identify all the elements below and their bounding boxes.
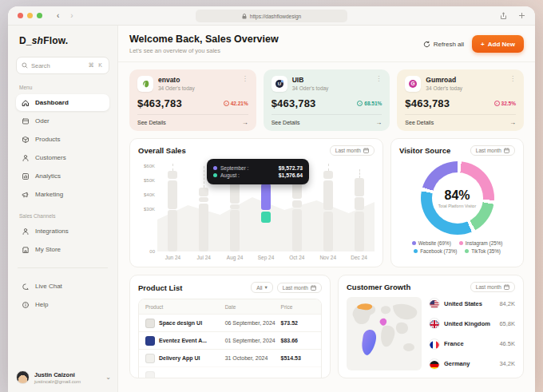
product-period-button[interactable]: Last month xyxy=(277,283,322,293)
country-row-us[interactable]: United States84,2K xyxy=(430,299,515,308)
arrow-right-icon: → xyxy=(509,119,516,126)
sidebar-item-products[interactable]: Products xyxy=(16,131,109,148)
visitor-donut-chart: 84% Total Platform Visitor xyxy=(421,161,494,235)
close-window-icon[interactable] xyxy=(18,13,23,18)
country-list: United States84,2KUnited Kingdom65,8KFra… xyxy=(430,297,515,370)
trend-up-icon: ↑ xyxy=(494,101,500,106)
sidebar-item-analytics[interactable]: Analytics xyxy=(16,168,109,184)
product-cell: Delivery App UI xyxy=(145,354,225,363)
bar-segment xyxy=(323,180,333,210)
x-axis-label: Nov 24 xyxy=(312,255,343,260)
stat-card-delta-value: 68.51% xyxy=(364,101,382,106)
y-axis-label: $40K xyxy=(144,192,155,197)
sidebar-item-marketing[interactable]: Marketing xyxy=(16,186,109,203)
overall-sales-period-button[interactable]: Last month xyxy=(330,145,375,156)
table-row[interactable]: Delivery App UI31 October, 2024$514.53 xyxy=(139,349,321,366)
sidebar-item-label: My Store xyxy=(35,246,61,253)
legend-item: Facebook (73%) xyxy=(414,248,457,254)
x-axis-labels: Jun 24Jul 24Aug 24Sep 24Oct 24Nov 24Dec … xyxy=(157,255,375,260)
bar-segment xyxy=(292,200,302,208)
sidebar-item-dashboard[interactable]: Dashboard xyxy=(16,94,109,111)
y-axis-label: 00 xyxy=(149,249,155,254)
see-details-link[interactable]: See Details→ xyxy=(405,114,516,126)
sidebar-item-integrations[interactable]: Integrations xyxy=(16,223,109,240)
price-cell: $83.66 xyxy=(281,338,315,343)
stat-card-delta-value: 32.5% xyxy=(501,101,516,106)
refresh-all-button[interactable]: Refresh all xyxy=(423,41,464,48)
stat-card-value-row: $463,783↑68.51% xyxy=(272,97,382,109)
user-email: justincalz@gmail.com xyxy=(34,379,81,384)
stat-card-logo xyxy=(137,76,153,92)
forward-icon[interactable]: › xyxy=(70,11,73,20)
sidebar-item-help[interactable]: Help xyxy=(16,296,109,313)
traffic-lights[interactable] xyxy=(18,13,42,18)
country-row-uk[interactable]: United Kingdom65,8K xyxy=(430,319,515,328)
legend-label: Instagram (25%) xyxy=(466,240,503,246)
share-icon[interactable] xyxy=(500,12,507,20)
home-icon xyxy=(22,99,30,107)
browser-window: ‹ › https://dashflowdesign D_shFlow. Sea… xyxy=(8,6,535,392)
kebab-menu-icon[interactable]: ⋮ xyxy=(242,76,248,82)
tooltip-value: $9,572.73 xyxy=(279,165,303,171)
country-row-fr[interactable]: France46.5K xyxy=(430,339,515,349)
see-details-link[interactable]: See Details→ xyxy=(137,114,248,126)
store-icon xyxy=(22,246,30,254)
table-row-partial xyxy=(139,366,321,378)
maximize-window-icon[interactable] xyxy=(37,13,42,18)
product-filter-dropdown[interactable]: All ▾ xyxy=(251,282,273,293)
overall-sales-panel: Overall Sales Last month $60K$50K$40K$30… xyxy=(129,138,383,267)
country-name: France xyxy=(444,340,464,347)
date-cell: 31 October, 2024 xyxy=(225,355,281,361)
sidebar-item-my-store[interactable]: My Store xyxy=(16,241,109,258)
stat-card-texts: Gumroad34 Oder's today xyxy=(426,76,462,91)
user-profile[interactable]: Justin Calzoni justincalz@gmail.com ⌄ xyxy=(16,370,111,384)
wick-line xyxy=(328,164,329,171)
bar-segment xyxy=(355,178,364,196)
stat-card-value: $463,783 xyxy=(137,97,182,109)
url-bar[interactable]: https://dashflowdesign xyxy=(196,10,347,22)
sidebar-item-customers[interactable]: Customers xyxy=(16,149,109,166)
chevron-down-icon[interactable]: ⌄ xyxy=(105,374,111,381)
search-input[interactable]: Search ⌘ K xyxy=(16,57,109,74)
country-name: United States xyxy=(444,300,482,307)
back-icon[interactable]: ‹ xyxy=(57,11,59,20)
sidebar-item-live-chat[interactable]: Live Chat xyxy=(16,278,109,295)
stat-card-envato[interactable]: envato34 Oder's today⋮$463,783↑42.21%See… xyxy=(129,69,256,131)
growth-period-button[interactable]: Last month xyxy=(470,282,515,292)
help-icon xyxy=(22,301,30,309)
marketing-icon xyxy=(22,191,30,199)
visitor-source-period-button[interactable]: Last month xyxy=(470,145,515,156)
chart-column-jun-24[interactable] xyxy=(157,162,188,251)
sidebar-item-label: Dashboard xyxy=(35,99,69,106)
chart-column-dec-24[interactable] xyxy=(343,162,375,251)
minimize-window-icon[interactable] xyxy=(27,13,33,18)
sidebar-item-oder[interactable]: Oder xyxy=(16,113,109,129)
order-icon xyxy=(22,117,30,125)
stat-card-gumroad[interactable]: GGumroad34 Oder's today⋮$463,783↑32.5%Se… xyxy=(397,69,524,131)
bar-segment xyxy=(168,171,177,180)
country-row-de[interactable]: Germany34,2K xyxy=(430,359,515,369)
products-icon xyxy=(22,136,30,144)
table-row[interactable]: Eventez Event A...01 September, 2024$83.… xyxy=(139,331,321,349)
table-row[interactable]: Space design UI06 September, 2024$73.52 xyxy=(139,314,321,331)
new-tab-icon[interactable] xyxy=(518,12,525,19)
kebab-menu-icon[interactable]: ⋮ xyxy=(375,76,382,82)
bar-segment xyxy=(230,204,240,208)
legend-dot xyxy=(465,249,469,253)
integrations-icon xyxy=(22,228,30,236)
y-axis: $60K$50K$40K$30K00 xyxy=(138,162,157,251)
visitor-source-panel: Visitor Source Last month 84% Total Plat… xyxy=(390,138,524,267)
see-details-link[interactable]: See Details→ xyxy=(272,114,382,126)
chart-column-nov-24[interactable] xyxy=(312,162,343,251)
stat-card-top: GGumroad34 Oder's today⋮ xyxy=(405,76,516,92)
kebab-menu-icon[interactable]: ⋮ xyxy=(509,76,516,82)
product-table-header: ProductDatePrice xyxy=(139,299,321,314)
product-name: Delivery App UI xyxy=(159,355,200,361)
see-details-label: See Details xyxy=(137,120,166,125)
x-axis-label: Oct 24 xyxy=(281,255,312,260)
x-axis-label: Jul 24 xyxy=(188,255,220,260)
x-axis-label: Dec 24 xyxy=(343,255,375,260)
stat-card-delta: ↑42.21% xyxy=(224,101,248,106)
add-new-button[interactable]: + Add New xyxy=(472,35,524,53)
stat-card-uib[interactable]: UUIB34 Oder's today⋮$463,783↑68.51%See D… xyxy=(264,69,390,131)
